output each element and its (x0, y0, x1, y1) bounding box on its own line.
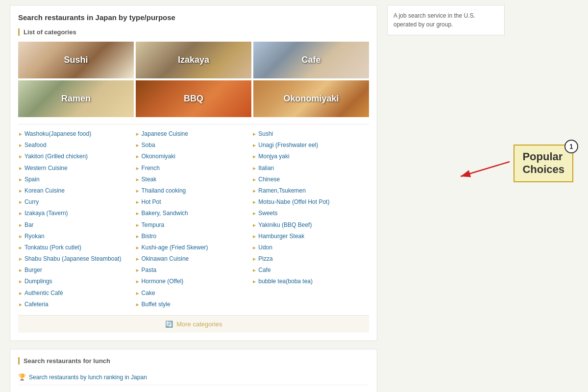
list-item[interactable]: ►Washoku(Japanese food) (18, 128, 131, 140)
image-grid: Sushi Izakaya Cafe Ramen (18, 42, 369, 117)
link-text: Cake (142, 289, 155, 298)
chevron-right-icon: ► (252, 187, 257, 195)
price-range-item[interactable]: ►over ¥2,000 lunch (252, 389, 369, 392)
list-item[interactable]: ►Udon (252, 242, 365, 253)
list-item[interactable]: ►Burger (18, 265, 131, 276)
list-item[interactable]: ►Izakaya (Tavern) (18, 208, 131, 219)
list-item[interactable]: ►Korean Cuisine (18, 185, 131, 196)
list-item[interactable]: ►Hormone (Offel) (135, 276, 248, 287)
list-item[interactable]: ►Bakery, Sandwich (135, 208, 248, 219)
grid-item-okonomiyaki[interactable]: Okonomiyaki (253, 80, 369, 117)
link-text: Unagi (Freshwater eel) (258, 141, 318, 150)
list-item[interactable]: ►bubble tea(boba tea) (252, 276, 365, 287)
list-item[interactable]: ►Ramen,Tsukemen (252, 185, 365, 196)
link-text: Tempura (142, 220, 165, 230)
chevron-right-icon: ► (252, 278, 257, 286)
list-item[interactable]: ►Hot Pot (135, 196, 248, 208)
link-text: Pasta (142, 266, 157, 275)
list-item[interactable]: ►French (135, 163, 248, 174)
grid-item-cafe[interactable]: Cafe (253, 42, 369, 78)
lunch-ranking-link[interactable]: 🏆 Search restaurants by lunch ranking in… (18, 369, 369, 385)
list-item[interactable]: ►Buffet style (135, 299, 248, 310)
list-item[interactable]: ►Sweets (252, 208, 365, 219)
list-item[interactable]: ►Curry (18, 196, 131, 208)
list-item[interactable]: ►Pasta (135, 265, 248, 276)
refresh-icon: 🔄 (165, 320, 173, 328)
chevron-right-icon: ► (18, 210, 23, 218)
list-item[interactable]: ►Japanese Cuisine (135, 128, 248, 140)
link-text: Curry (24, 197, 39, 207)
list-item[interactable]: ►Yakitori (Grilled chicken) (18, 151, 131, 162)
list-item[interactable]: ►Western Cuisine (18, 163, 131, 174)
list-item[interactable]: ►Shabu Shabu (Japanese Steamboat) (18, 253, 131, 265)
list-item[interactable]: ►Steak (135, 174, 248, 185)
sushi-label: Sushi (18, 42, 134, 78)
list-item[interactable]: ►Soba (135, 140, 248, 151)
chevron-right-icon: ► (252, 153, 257, 161)
list-item[interactable]: ►Bistro (135, 231, 248, 242)
chevron-right-icon: ► (18, 142, 23, 149)
link-text: Washoku(Japanese food) (24, 129, 91, 139)
list-item[interactable]: ►Italian (252, 163, 365, 174)
trophy-icon: 🏆 (18, 373, 26, 381)
list-item[interactable]: ►Cafe (252, 265, 365, 276)
list-item[interactable]: ►Tempura (135, 220, 248, 231)
list-item[interactable]: ►Bar (18, 220, 131, 231)
chevron-right-icon: ► (18, 165, 23, 172)
chevron-right-icon: ► (135, 278, 140, 286)
lunch-ranking-label: Search restaurants by lunch ranking in J… (29, 374, 147, 381)
chevron-right-icon: ► (135, 290, 140, 297)
link-text: Kushi-age (Fried Skewer) (142, 243, 208, 252)
lunch-section: Search restaurants for lunch 🏆 Search re… (10, 349, 377, 392)
link-text: Okonomiyaki (142, 152, 175, 161)
chevron-right-icon: ► (18, 153, 23, 161)
link-text: Cafeteria (24, 300, 49, 309)
link-text: Pizza (258, 254, 272, 264)
chevron-right-icon: ► (135, 233, 140, 241)
more-categories-button[interactable]: 🔄 More categories (18, 315, 369, 333)
chevron-right-icon: ► (252, 233, 257, 241)
chevron-right-icon: ► (135, 165, 140, 172)
list-item[interactable]: ►Cafeteria (18, 299, 131, 310)
grid-item-bbq[interactable]: BBQ (136, 80, 251, 117)
link-text: Italian (258, 164, 274, 173)
price-range-item[interactable]: ►up to ¥1,000 lunch (18, 389, 135, 392)
list-item[interactable]: ►Tonkatsu (Pork cutlet) (18, 242, 131, 253)
more-categories-label: More categories (176, 320, 222, 328)
chevron-right-icon: ► (135, 142, 140, 149)
price-range-item[interactable]: ►¥1,000 - ¥2,000 (135, 389, 252, 392)
list-item[interactable]: ►Sushi (252, 128, 365, 140)
list-item[interactable]: ►Thailand cooking (135, 185, 248, 196)
list-item[interactable]: ►Ryokan (18, 231, 131, 242)
link-text: French (142, 164, 160, 173)
list-item[interactable]: ►Kushi-age (Fried Skewer) (135, 242, 248, 253)
list-item[interactable]: ►Motsu-Nabe (Offel Hot Pot) (252, 196, 365, 208)
categories-label: List of categories (18, 28, 369, 36)
links-grid: ►Washoku(Japanese food)►Seafood►Yakitori… (18, 124, 369, 310)
grid-item-sushi[interactable]: Sushi (18, 42, 134, 78)
link-text: Sushi (258, 129, 273, 139)
list-item[interactable]: ►Cake (135, 288, 248, 299)
list-item[interactable]: ►Okinawan Cuisine (135, 253, 248, 265)
list-item[interactable]: ►Okonomiyaki (135, 151, 248, 162)
list-item[interactable]: ►Hamburger Steak (252, 231, 365, 242)
grid-item-ramen[interactable]: Ramen (18, 80, 134, 117)
list-item[interactable]: ►Authentic Café (18, 288, 131, 299)
list-item[interactable]: ►Yakiniku (BBQ Beef) (252, 220, 365, 231)
grid-item-izakaya[interactable]: Izakaya (136, 42, 251, 78)
link-text: Yakiniku (BBQ Beef) (258, 220, 312, 230)
list-item[interactable]: ►Monjya yaki (252, 151, 365, 162)
list-item[interactable]: ►Spain (18, 174, 131, 185)
list-item[interactable]: ►Unagi (Freshwater eel) (252, 140, 365, 151)
chevron-right-icon: ► (18, 130, 23, 138)
link-text: Dumplings (24, 277, 52, 286)
chevron-right-icon: ► (135, 267, 140, 274)
list-item[interactable]: ►Seafood (18, 140, 131, 151)
list-item[interactable]: ►Chinese (252, 174, 365, 185)
list-item[interactable]: ►Pizza (252, 253, 365, 265)
chevron-right-icon: ► (252, 130, 257, 138)
chevron-right-icon: ► (18, 221, 23, 229)
list-item[interactable]: ►Dumplings (18, 276, 131, 287)
chevron-right-icon: ► (252, 221, 257, 229)
izakaya-label: Izakaya (136, 42, 251, 78)
